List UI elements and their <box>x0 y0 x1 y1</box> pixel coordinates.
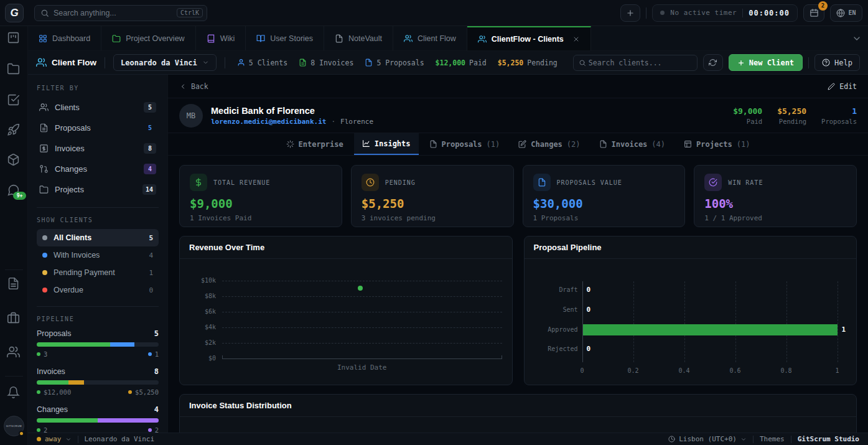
tasks-check-icon[interactable] <box>7 93 21 107</box>
proposal-icon <box>533 174 551 191</box>
stat-card-pending: PENDING $5,250 3 invoices pending <box>351 165 514 227</box>
client-filter-all[interactable]: All Clients 5 <box>37 229 159 246</box>
edit-button[interactable]: Edit <box>828 82 857 91</box>
stat-card-proposals-value: PROPOSALS VALUE $30,000 1 Proposals <box>523 165 686 227</box>
count-badge: 5 <box>144 102 156 113</box>
clock-icon <box>668 436 675 443</box>
tab-projects[interactable]: Projects (1) <box>676 133 758 155</box>
divider <box>753 436 754 443</box>
themes-button[interactable]: Themes <box>760 435 785 443</box>
tab-client-flow[interactable]: Client Flow <box>393 26 467 50</box>
tab-notevault[interactable]: NoteVault <box>324 26 393 50</box>
package-cube-icon[interactable] <box>7 153 21 167</box>
pipeline-changes: Changes 4 2 2 <box>37 404 159 433</box>
workspace-selector[interactable]: Leonardo da Vinci <box>113 54 217 71</box>
calendar-button[interactable]: 2 <box>803 4 824 22</box>
team-icon[interactable] <box>7 345 21 359</box>
tab-project-overview[interactable]: Project Overview <box>101 26 195 50</box>
card-label: PENDING <box>385 179 416 186</box>
search-icon <box>40 9 49 17</box>
sidebar-item-projects[interactable]: Projects 14 <box>37 179 159 200</box>
revenue-over-time-chart: Revenue Over Time $10k $8k $6k $4k $2k $… <box>179 236 513 385</box>
timer-widget[interactable]: No active timer 00:00:00 <box>652 4 798 22</box>
rocket-icon[interactable] <box>7 123 21 137</box>
tab-label: Project Overview <box>126 34 184 43</box>
tab-insights[interactable]: Insights <box>354 133 419 155</box>
proposal-icon <box>365 59 373 67</box>
timezone-selector[interactable]: Lisbon (UTC+0) <box>668 435 747 443</box>
legend-value: 3 <box>44 350 47 358</box>
x-tick: 0.2 <box>621 367 646 374</box>
pipeline-label: Invoices <box>37 367 65 376</box>
gitscrum-logo[interactable]: G <box>5 4 24 22</box>
tab-invoices[interactable]: Invoices (4) <box>591 133 673 155</box>
presence-selector[interactable]: away <box>37 435 72 443</box>
bell-icon[interactable] <box>7 386 21 400</box>
pipeline-chart-plot: Draft Sent Approved Rejected 0 0 1 0 0 <box>525 259 857 385</box>
card-sub: 1 Invoices Paid <box>190 214 332 222</box>
help-icon <box>822 59 830 67</box>
kanban-board-icon[interactable] <box>7 31 21 45</box>
client-detail-tabs: Enterprise Insights Proposals (1) Change… <box>168 133 868 156</box>
count-badge: 14 <box>142 184 156 195</box>
chart-title: Invoice Status Distribution <box>189 401 292 410</box>
client-search-input[interactable] <box>589 59 692 67</box>
sidebar-item-invoices[interactable]: Invoices 8 <box>37 138 159 159</box>
card-label: PROPOSALS VALUE <box>557 179 622 186</box>
bar-value: 0 <box>587 286 591 294</box>
tab-label: User Stories <box>270 34 313 43</box>
tab-proposals[interactable]: Proposals (1) <box>421 133 508 155</box>
chevron-down-icon <box>65 436 72 443</box>
quick-add-button[interactable] <box>620 4 640 22</box>
close-icon[interactable] <box>572 35 580 43</box>
y-tick: $2k <box>180 339 216 346</box>
item-label: Proposals <box>55 123 138 133</box>
language-button[interactable]: EN <box>830 4 862 22</box>
clock-icon <box>362 174 379 191</box>
bar-value: 0 <box>587 306 591 314</box>
briefcase-icon[interactable] <box>7 311 21 325</box>
client-email-link[interactable]: lorenzo.medici@medicibank.it <box>211 118 326 126</box>
sidebar-item-proposals[interactable]: Proposals 5 <box>37 118 159 138</box>
tab-label: NoteVault <box>348 34 382 43</box>
rail-divider <box>5 269 23 270</box>
chevron-left-icon <box>179 83 187 90</box>
pipeline-bar <box>37 342 159 347</box>
sidebar-item-changes[interactable]: Changes 4 <box>37 159 159 179</box>
tab-enterprise[interactable]: Enterprise <box>278 133 352 155</box>
client-search[interactable] <box>573 55 698 71</box>
tab-dashboard[interactable]: Dashboard <box>28 26 101 50</box>
stat-label: 5 Proposals <box>376 59 424 67</box>
sidebar-item-clients[interactable]: Clients 5 <box>37 97 159 118</box>
refresh-button[interactable] <box>703 54 723 71</box>
tab-wiki[interactable]: Wiki <box>196 26 246 50</box>
help-button[interactable]: Help <box>814 54 860 71</box>
chevron-down-icon[interactable] <box>852 34 862 44</box>
back-button[interactable]: Back <box>179 82 208 91</box>
client-filter-pending-payment[interactable]: Pending Payment 1 <box>37 264 159 281</box>
user-avatar[interactable]: GITSCRUM <box>4 416 24 436</box>
item-label: Projects <box>55 185 136 194</box>
new-client-button[interactable]: New Client <box>729 54 803 71</box>
count-badge: 5 <box>144 123 156 133</box>
global-search-input[interactable] <box>54 9 172 17</box>
notes-icon[interactable] <box>7 277 21 291</box>
x-tick: 1 <box>825 367 850 374</box>
client-filter-overdue[interactable]: Overdue 0 <box>37 281 159 299</box>
app-title-label: Client Flow <box>52 58 96 67</box>
folder-icon[interactable] <box>7 62 21 76</box>
global-search[interactable]: CtrlK <box>34 5 207 21</box>
tab-changes[interactable]: Changes (2) <box>510 133 588 155</box>
stat-clients: 5 Clients <box>237 59 287 67</box>
back-label: Back <box>191 82 208 91</box>
client-filter-with-invoices[interactable]: With Invoices 4 <box>37 246 159 264</box>
tab-user-stories[interactable]: User Stories <box>246 26 324 50</box>
card-value: 100% <box>704 197 846 210</box>
filter-sidebar: FILTER BY Clients 5 Proposals 5 Invoices… <box>28 75 168 433</box>
folder-icon <box>39 185 49 194</box>
tab-clientflow-clients[interactable]: ClientFlow - Clients <box>467 26 591 50</box>
invoice-icon <box>299 59 307 67</box>
count-badge: 4 <box>144 164 156 174</box>
y-tick: $0 <box>180 355 216 362</box>
workspace-name: Leonardo da Vinci <box>121 59 197 67</box>
